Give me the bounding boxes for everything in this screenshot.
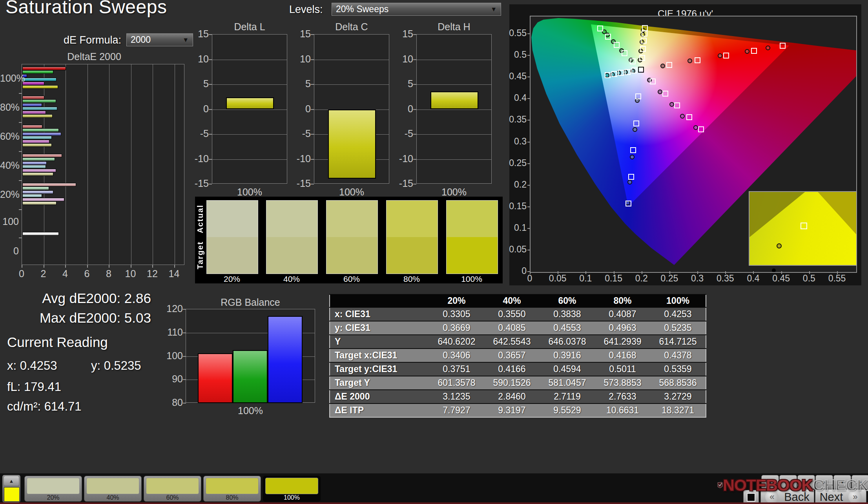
delta-ytick (209, 109, 212, 110)
cie-xlabel: 0.1 (574, 273, 597, 284)
swatch-actual (207, 201, 258, 237)
cie-xtick (614, 271, 615, 274)
cie-xlabel: 0.5 (797, 273, 821, 284)
rgb-bar-red (198, 353, 233, 403)
table-cell: 7.7927 (429, 404, 484, 417)
deltae-ytick (19, 237, 22, 238)
cie-target-point-cyan (611, 71, 617, 77)
table-row: ΔE 20003.12352.84602.71192.76333.2729 (330, 390, 706, 404)
delta-gridline (314, 60, 389, 60)
table-row-label: Target Y (330, 376, 429, 390)
table-row-label: ΔE 2000 (330, 390, 429, 404)
deltae-bar-yellow (22, 172, 53, 176)
delta-ytick (311, 159, 314, 160)
deltae-bar-magenta (22, 82, 44, 85)
cie-target-point-red (723, 53, 729, 58)
deltae-ylabel: 20% (0, 189, 19, 200)
de-formula-label: dE Formula: (64, 34, 121, 46)
cie-ytick (527, 206, 530, 207)
delta-c-chart (314, 34, 389, 184)
table-cell: 568.8536 (650, 376, 706, 390)
delta-ytick (413, 84, 416, 85)
delta-ytick (209, 134, 212, 135)
level-button-40%[interactable]: 40% (84, 476, 142, 502)
cie-ytick (527, 228, 530, 229)
delta-ylabel: 0 (190, 103, 209, 115)
deltae-xtick (109, 265, 109, 268)
deltae-xlabel: 4 (57, 268, 73, 279)
table-cell: 2.8460 (484, 390, 540, 404)
cie-xtick (558, 271, 558, 274)
watermark-bottom-line (0, 502, 868, 504)
table-cell: 640.6202 (429, 335, 484, 349)
cie-measured-point-red (718, 53, 722, 58)
table-cell: 3.2729 (650, 390, 706, 404)
cie-measured-point-red (660, 64, 665, 68)
swatch-60% (326, 200, 378, 274)
level-button-swatch (27, 478, 80, 494)
eye-toggle-button[interactable]: ▲ (4, 476, 19, 486)
deltae-xlabel: 12 (144, 268, 160, 279)
level-button-60%[interactable]: 60% (144, 476, 201, 502)
table-cell: 641.2939 (595, 335, 650, 349)
cie-xtick (837, 271, 838, 274)
level-button-80%[interactable]: 80% (203, 476, 261, 502)
delta-ytick (311, 134, 314, 135)
deltae-bar-magenta (22, 198, 64, 201)
cie-ylabel: 0.4 (507, 93, 527, 103)
cie-target-point-blue (625, 201, 631, 206)
cie-xtick (753, 271, 754, 274)
deltae-bar-blue (22, 103, 42, 107)
table-cell: 0.4553 (540, 321, 595, 335)
delta-ylabel: -10 (190, 153, 209, 164)
delta-c-title: Delta C (314, 21, 389, 33)
current-patch-swatch (4, 487, 20, 502)
table-header (330, 294, 429, 307)
table-cell: 2.7633 (595, 390, 650, 404)
rgb-ylabel: 90 (162, 373, 183, 385)
de-formula-value: 2000 (131, 35, 151, 45)
delta-gridline (314, 84, 389, 85)
table-cell: 0.4378 (650, 349, 706, 362)
deltae-bar-yellow (22, 201, 57, 205)
de-formula-dropdown[interactable]: 2000 ▼ (126, 33, 193, 46)
deltae-xtick (152, 265, 153, 268)
cie-target-point-red (695, 57, 700, 63)
delta-l-chart (212, 34, 287, 184)
table-row-label: ΔE ITP (330, 404, 429, 417)
table-cell: 0.5235 (650, 321, 706, 335)
deltae-ytick (19, 122, 22, 123)
swatch-level-label: 40% (266, 274, 317, 284)
cie-measured-point-magenta (669, 102, 674, 107)
table-cell: 3.1235 (429, 390, 484, 404)
deltae-xtick (87, 265, 88, 268)
delta-ytick (209, 184, 212, 184)
deltae-gridline (66, 64, 66, 265)
level-button-20%[interactable]: 20% (24, 476, 82, 502)
swatch-actual (326, 201, 377, 237)
rgb-balance-title: RGB Balance (186, 297, 315, 308)
level-button-swatch (146, 478, 199, 494)
levels-dropdown[interactable]: 20% Sweeps ▼ (332, 3, 501, 16)
delta-ylabel: -15 (190, 178, 209, 189)
cie-ytick (527, 120, 530, 121)
cie-target-point-blue (628, 174, 634, 180)
deltae-ytick (19, 151, 22, 152)
delta-ylabel: -15 (292, 178, 311, 189)
deltae-bar-magenta (22, 169, 56, 172)
deltae-ytick (19, 180, 22, 181)
delta-ylabel: 10 (190, 53, 209, 65)
cie-xtick (585, 271, 586, 274)
swatch-80% (386, 200, 438, 274)
delta-c-plot-bar (328, 110, 376, 179)
deltae-bar-green (22, 157, 55, 161)
table-cell: 581.0457 (540, 376, 595, 390)
delta-ylabel: 5 (190, 78, 209, 89)
cie-target-point-blue (630, 147, 636, 153)
table-cell: 0.5359 (650, 362, 706, 376)
cie-ylabel: 0.2 (507, 179, 527, 190)
level-button-100%[interactable]: 100% (263, 476, 321, 502)
delta-h-chart (416, 34, 492, 184)
deltae-bar-red (22, 67, 66, 70)
delta-ylabel: -5 (190, 128, 209, 139)
